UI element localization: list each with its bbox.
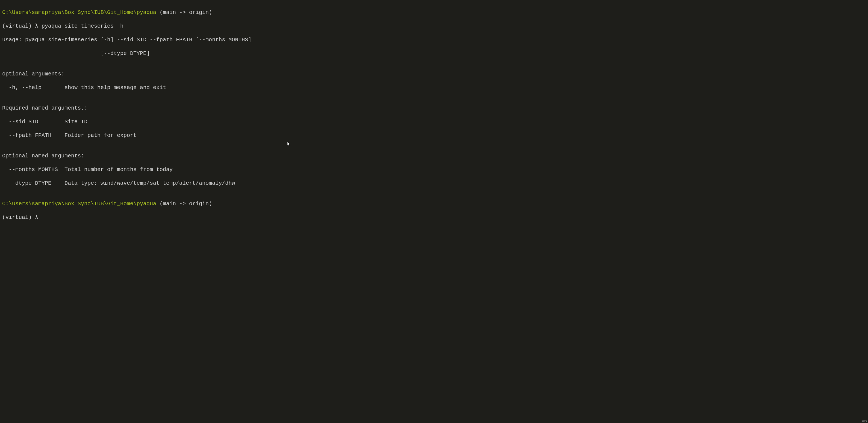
lambda-symbol: λ — [35, 23, 41, 29]
usage-line-2: [--dtype DTYPE] — [2, 50, 866, 57]
optional-named-header: Optional named arguments: — [2, 152, 866, 159]
cwd-path: C:\Users\samapriya\Box Sync\IUB\Git_Home… — [2, 9, 156, 16]
command-line-1: (virtual) λ pyaqua site-timeseries -h — [2, 23, 866, 30]
venv-prefix: (virtual) — [2, 23, 35, 29]
required-args-header: Required named arguments.: — [2, 105, 866, 112]
git-branch: (main -> origin) — [156, 201, 212, 207]
fpath-arg: --fpath FPATH Folder path for export — [2, 132, 866, 139]
optional-args-header: optional arguments: — [2, 70, 866, 77]
lambda-symbol: λ — [35, 214, 41, 220]
cwd-path: C:\Users\samapriya\Box Sync\IUB\Git_Home… — [2, 201, 156, 207]
sid-arg: --sid SID Site ID — [2, 118, 866, 125]
usage-line-1: usage: pyaqua site-timeseries [-h] --sid… — [2, 36, 866, 43]
command-line-2[interactable]: (virtual) λ — [2, 214, 866, 221]
dtype-arg: --dtype DTYPE Data type: wind/wave/temp/… — [2, 180, 866, 187]
months-arg: --months MONTHS Total number of months f… — [2, 166, 866, 173]
terminal-window[interactable]: C:\Users\samapriya\Box Sync\IUB\Git_Home… — [2, 2, 866, 228]
prompt-line-2: C:\Users\samapriya\Box Sync\IUB\Git_Home… — [2, 200, 866, 207]
prompt-line-1: C:\Users\samapriya\Box Sync\IUB\Git_Home… — [2, 9, 866, 16]
git-branch: (main -> origin) — [156, 9, 212, 16]
venv-prefix: (virtual) — [2, 214, 35, 220]
typed-command: pyaqua site-timeseries -h — [41, 23, 123, 29]
help-arg: -h, --help show this help message and ex… — [2, 84, 866, 91]
recording-indicator: 0:00 — [862, 420, 867, 422]
